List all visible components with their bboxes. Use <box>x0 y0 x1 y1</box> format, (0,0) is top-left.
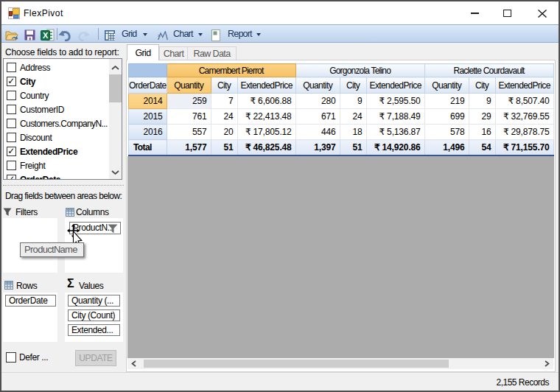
svg-text:X: X <box>43 31 49 40</box>
